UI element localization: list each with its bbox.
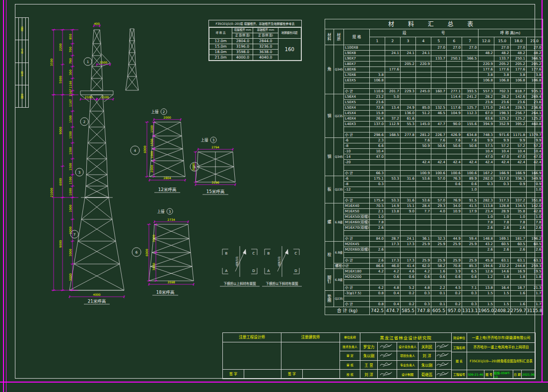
table-cell: 282.0 bbox=[478, 176, 494, 182]
material-cell: 垫 圈 bbox=[325, 291, 334, 307]
table-cell bbox=[494, 193, 511, 198]
table-cell bbox=[401, 247, 416, 253]
subtotal-label: 小 计 bbox=[344, 89, 370, 94]
table-cell: 1.5 bbox=[494, 302, 511, 307]
table-cell bbox=[370, 165, 385, 171]
table-cell: 337.2 bbox=[510, 198, 527, 203]
table-cell bbox=[447, 62, 462, 67]
table-cell bbox=[478, 56, 494, 62]
table-cell: 10.4 bbox=[527, 149, 543, 154]
table-cell: 1.6 bbox=[431, 269, 447, 274]
table-cell bbox=[416, 296, 431, 302]
role-label: 技术负责人 bbox=[340, 342, 360, 351]
table-cell: 818.7 bbox=[510, 89, 527, 94]
strip-label: 签字 bbox=[20, 71, 23, 76]
date-value: 2021.06 bbox=[522, 370, 535, 379]
table-cell bbox=[447, 296, 462, 302]
table-cell: 42.4 bbox=[494, 160, 511, 165]
table-cell: 17.3 bbox=[401, 242, 416, 247]
cad-drawing-sheet: { "colors":{"background":"#1d3725","line… bbox=[0, 0, 548, 392]
table-cell bbox=[401, 253, 416, 258]
role-label: 校 核 bbox=[340, 370, 360, 379]
table-cell: 181.7 bbox=[510, 236, 527, 242]
table-cell bbox=[401, 138, 416, 143]
subtotal-label: 小 计 bbox=[344, 171, 370, 176]
foundation-cell: 3236.0 bbox=[253, 44, 278, 50]
table-cell bbox=[462, 51, 479, 56]
table-cell: 59.4 bbox=[462, 236, 479, 242]
table-cell: 113.8 bbox=[478, 203, 494, 209]
table-cell bbox=[416, 56, 431, 62]
table-cell: 205.2 bbox=[494, 62, 511, 67]
table-cell: 47.7 bbox=[431, 122, 447, 127]
table-cell: 0.6 bbox=[462, 182, 479, 187]
table-cell: 1.7 bbox=[527, 291, 543, 296]
col-header-height: 呼 称 高 bbox=[209, 28, 232, 39]
table-cell bbox=[401, 78, 416, 83]
material-cell: 螺 bbox=[325, 203, 334, 242]
total-label: 合 计 (kg) bbox=[325, 307, 370, 315]
spec-cell: -14 bbox=[344, 154, 370, 160]
table-cell bbox=[431, 165, 447, 171]
table-cell bbox=[370, 62, 385, 67]
sign-label: 签 字 bbox=[223, 370, 244, 379]
signature-scribble bbox=[436, 361, 451, 368]
leg-cell: 2804.0 bbox=[232, 39, 253, 44]
table-cell: 0.6 bbox=[462, 274, 479, 280]
table-cell: 155.6 bbox=[462, 122, 479, 127]
table-cell: 220.9 bbox=[478, 62, 494, 67]
table-cell: 169.1 bbox=[494, 236, 511, 242]
table-cell: 2.6 bbox=[370, 258, 385, 263]
table-cell bbox=[344, 253, 370, 258]
table-cell: 28.2 bbox=[494, 94, 511, 100]
table-cell: 53.3 bbox=[385, 198, 401, 203]
table-cell bbox=[401, 280, 416, 285]
table-cell bbox=[478, 45, 494, 51]
table-cell: 25.9 bbox=[462, 258, 479, 263]
table-cell: 236.6 bbox=[527, 105, 543, 111]
table-cell bbox=[462, 72, 479, 78]
table-cell: 48.2 bbox=[478, 51, 494, 56]
table-cell: 2.6 bbox=[478, 247, 494, 253]
table-cell: 1379.7 bbox=[527, 132, 543, 138]
table-cell bbox=[385, 225, 401, 231]
table-cell: 3.8 bbox=[370, 72, 385, 78]
table-cell bbox=[478, 296, 494, 302]
table-cell bbox=[385, 111, 401, 116]
table-cell: 41.5 bbox=[462, 203, 479, 209]
table-cell: 1.0 bbox=[527, 187, 543, 193]
table-cell: 66.3 bbox=[370, 171, 385, 176]
table-cell: 85.3 bbox=[462, 263, 479, 269]
table-cell bbox=[431, 231, 447, 236]
table-cell bbox=[416, 231, 431, 236]
table-cell: 4.0 bbox=[431, 209, 447, 214]
table-cell: 25.9 bbox=[416, 242, 431, 247]
table-cell: 18.7 bbox=[510, 285, 527, 291]
table-cell: 1171.8 bbox=[510, 132, 527, 138]
table-cell: 36.1 bbox=[416, 236, 431, 242]
spec-cell: L56X4 bbox=[344, 94, 370, 100]
table-cell: 177.6 bbox=[527, 67, 543, 72]
table-cell bbox=[416, 45, 431, 51]
table-cell: 177.6 bbox=[478, 67, 494, 72]
table-cell: 7.6 bbox=[462, 138, 479, 143]
spec-cell: L100X8 bbox=[344, 45, 370, 51]
table-cell: 4.2 bbox=[370, 269, 385, 274]
table-cell bbox=[385, 100, 401, 105]
spec-cell: M16X50 bbox=[344, 209, 370, 214]
table-cell bbox=[344, 127, 370, 132]
frame-line-left-outer bbox=[3, 0, 4, 392]
table-cell: 256.7 bbox=[510, 111, 527, 116]
figure-no-label: 图 号 bbox=[484, 370, 494, 379]
handwritten-signature bbox=[436, 351, 451, 360]
spec-cell: -6 bbox=[344, 176, 370, 182]
table-cell: 132.5 bbox=[431, 105, 447, 111]
col-header-leg: 塔腿根开 mm bbox=[232, 28, 253, 33]
subtotal-label: 小 计 bbox=[344, 198, 370, 203]
table-cell: 25.9 bbox=[431, 258, 447, 263]
table-cell: 7.1 bbox=[462, 285, 479, 291]
table-cell bbox=[462, 220, 479, 225]
table-cell: 7.6 bbox=[447, 138, 462, 143]
table-cell: 42.4 bbox=[416, 160, 431, 165]
table-cell bbox=[447, 78, 462, 83]
